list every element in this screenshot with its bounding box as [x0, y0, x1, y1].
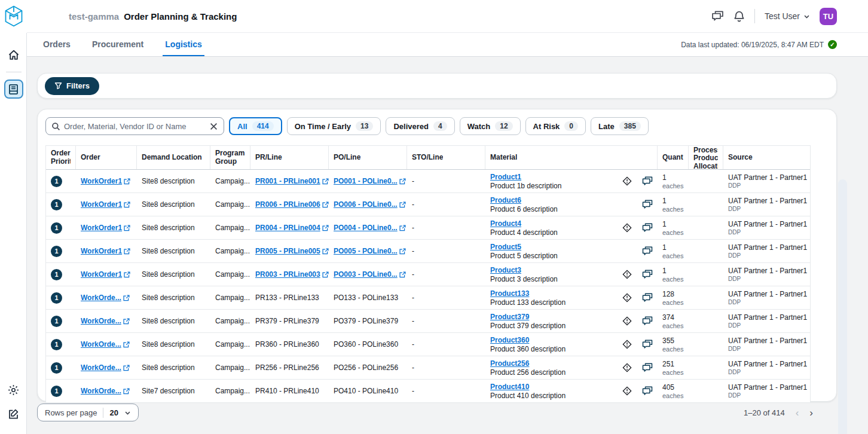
- filters-button[interactable]: Filters: [45, 77, 99, 95]
- notifications-bell-icon[interactable]: [733, 11, 745, 22]
- comments-icon[interactable]: [642, 316, 653, 326]
- material-link[interactable]: Product379: [490, 313, 529, 321]
- alert-diamond-icon[interactable]: [622, 222, 632, 233]
- alert-diamond-icon[interactable]: [622, 292, 632, 303]
- comments-icon[interactable]: [642, 176, 653, 186]
- quantity-value: 1: [662, 173, 684, 182]
- material-link[interactable]: Product3: [490, 266, 521, 274]
- material-description: Product 410 description: [490, 392, 612, 400]
- order-link[interactable]: WorkOrde...: [81, 363, 121, 372]
- cell-process-allocation: [689, 216, 723, 239]
- comments-icon[interactable]: [642, 223, 653, 233]
- tab-logistics[interactable]: Logistics: [163, 33, 204, 56]
- alert-diamond-icon[interactable]: [622, 316, 632, 326]
- content: Filters All414On Time / Early13Delivered…: [27, 57, 868, 434]
- source-value: UAT Partner 1 - Partner1: [728, 383, 805, 392]
- chevron-down-icon: [803, 13, 810, 20]
- status-chip-on-time-early[interactable]: On Time / Early13: [287, 117, 381, 135]
- po-line-link[interactable]: PO005 - POLine0...: [334, 247, 398, 255]
- alert-diamond-icon[interactable]: [622, 339, 632, 350]
- alert-diamond-icon[interactable]: [622, 269, 632, 280]
- material-link[interactable]: Product6: [490, 196, 521, 204]
- material-link[interactable]: Product256: [490, 359, 529, 368]
- home-icon[interactable]: [4, 45, 23, 65]
- comments-icon[interactable]: [642, 246, 653, 256]
- next-page-icon[interactable]: ›: [809, 408, 813, 418]
- order-link[interactable]: WorkOrder1: [81, 224, 122, 232]
- material-description: Product 5 description: [490, 252, 612, 260]
- order-link[interactable]: WorkOrder1: [81, 270, 122, 279]
- material-link[interactable]: Product360: [490, 336, 529, 344]
- search-input[interactable]: [64, 122, 206, 131]
- cell-sto-line: -: [407, 240, 485, 262]
- external-link-icon: [322, 248, 329, 255]
- status-chip-all[interactable]: All414: [229, 117, 282, 135]
- po-line-link[interactable]: PO001 - POLine0...: [334, 177, 398, 185]
- order-link[interactable]: WorkOrder1: [81, 177, 122, 185]
- settings-gear-icon[interactable]: [4, 380, 23, 399]
- alert-diamond-icon[interactable]: [622, 386, 632, 396]
- prev-page-icon[interactable]: ‹: [796, 408, 799, 418]
- external-link-icon: [399, 178, 406, 185]
- external-link-icon: [399, 225, 406, 231]
- pr-line-link[interactable]: PR006 - PRLine006: [255, 200, 320, 209]
- user-menu[interactable]: Test User: [765, 11, 810, 21]
- external-link-icon: [123, 388, 130, 395]
- pr-line-link[interactable]: PR001 - PRLine001: [255, 177, 320, 185]
- cell-process-allocation: [689, 263, 723, 286]
- quantity-value: 405: [662, 383, 684, 392]
- tab-orders[interactable]: Orders: [41, 33, 73, 56]
- status-chip-delivered[interactable]: Delivered4: [386, 117, 454, 135]
- comments-icon[interactable]: [642, 340, 653, 349]
- order-link[interactable]: WorkOrde...: [81, 294, 121, 302]
- status-chip-at-risk[interactable]: At Risk0: [525, 117, 586, 135]
- alert-diamond-icon[interactable]: [622, 176, 632, 187]
- avatar[interactable]: TU: [820, 8, 837, 25]
- cell-comments: [637, 263, 658, 286]
- alert-diamond-icon[interactable]: [622, 362, 632, 373]
- comments-icon[interactable]: [642, 293, 653, 302]
- order-link[interactable]: WorkOrder1: [81, 247, 122, 255]
- pr-line-link[interactable]: PR003 - PRLine003: [255, 270, 320, 279]
- po-line-link[interactable]: PO003 - POLine0...: [334, 270, 398, 279]
- material-link[interactable]: Product133: [490, 289, 529, 298]
- priority-badge: 1: [51, 246, 62, 257]
- cell-po-line: PO005 - POLine0...: [329, 240, 407, 262]
- order-link[interactable]: WorkOrde...: [81, 387, 121, 395]
- material-link[interactable]: Product5: [490, 243, 521, 251]
- clear-search-icon[interactable]: [209, 122, 218, 131]
- status-chip-late[interactable]: Late385: [591, 117, 649, 135]
- quantity-uom: eaches: [662, 369, 684, 376]
- material-link[interactable]: Product410: [490, 383, 529, 391]
- po-line-link[interactable]: PO004 - POLine0...: [334, 224, 398, 232]
- comments-icon[interactable]: [642, 270, 653, 279]
- po-line-link[interactable]: PO006 - POLine0...: [334, 200, 398, 209]
- order-link[interactable]: WorkOrde...: [81, 317, 121, 325]
- app-logo-icon: [4, 5, 23, 30]
- material-link[interactable]: Product1: [490, 173, 521, 181]
- order-link[interactable]: WorkOrde...: [81, 340, 121, 349]
- feedback-bubbles-icon[interactable]: [711, 11, 724, 22]
- tab-procurement[interactable]: Procurement: [90, 33, 146, 56]
- source-incoterm: DDP: [728, 299, 805, 305]
- cell-po-line: PO001 - POLine0...: [329, 170, 407, 192]
- order-link[interactable]: WorkOrder1: [81, 200, 122, 209]
- status-chip-watch[interactable]: Watch12: [460, 117, 521, 135]
- vertical-scrollbar[interactable]: [838, 179, 847, 434]
- pr-line-link[interactable]: PR005 - PRLine005: [255, 247, 320, 255]
- cell-comments: [637, 333, 658, 356]
- material-link[interactable]: Product4: [490, 219, 521, 228]
- comments-icon[interactable]: [642, 200, 653, 209]
- cell-source: UAT Partner 1 - Partner1DDP: [723, 263, 810, 286]
- comments-icon[interactable]: [642, 386, 653, 396]
- last-updated-text: Data last updated: 06/19/2025, 8:47 AM E…: [681, 41, 824, 49]
- cell-sto-line: -: [407, 380, 485, 402]
- pr-line-link[interactable]: PR004 - PRLine004: [255, 224, 320, 232]
- edit-icon[interactable]: [4, 404, 23, 423]
- logistics-logbook-icon[interactable]: [4, 80, 23, 99]
- comments-icon[interactable]: [642, 363, 653, 372]
- cell-sto-line: -: [407, 310, 485, 332]
- cell-order: WorkOrde...: [76, 380, 137, 402]
- rows-per-page-select[interactable]: Rows per page 20: [37, 404, 139, 421]
- source-incoterm: DDP: [728, 276, 805, 282]
